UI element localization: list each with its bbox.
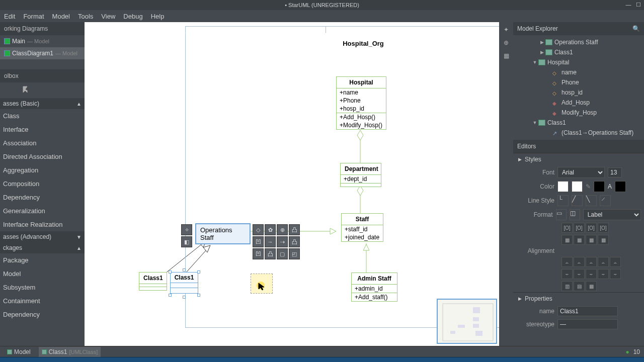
- nav-icon[interactable]: ⊕: [502, 38, 511, 47]
- tree-node-class1-2[interactable]: ▼Class1: [513, 118, 644, 128]
- align-btn[interactable]: ⫟: [598, 269, 609, 279]
- font-select[interactable]: Arial: [557, 167, 605, 178]
- select-tool[interactable]: [0, 82, 85, 98]
- tool-interface[interactable]: Interface: [0, 123, 85, 136]
- align-btn[interactable]: ⫠: [610, 257, 621, 267]
- class-admin-staff[interactable]: Admin Staff +admin_id +Add_staff(): [351, 273, 397, 302]
- fmt-btn[interactable]: [O]: [598, 223, 609, 233]
- menu-edit[interactable]: Edit: [4, 13, 15, 20]
- status-tab-class1[interactable]: Class1 [UMLClass]: [39, 347, 101, 357]
- prop-name-input[interactable]: [557, 306, 618, 316]
- font-size-input[interactable]: [608, 167, 622, 177]
- class-operations-staff[interactable]: Operations Staff: [195, 223, 251, 244]
- diagram-canvas[interactable]: Hospital_Org Hospital +name +Phone +hosp…: [85, 22, 499, 346]
- tree-node-phone[interactable]: Phone: [513, 77, 644, 87]
- diagram-item-main[interactable]: Main — Model: [0, 35, 85, 47]
- tool-composition[interactable]: Composition: [0, 177, 85, 191]
- tool-directed-association[interactable]: Directed Association: [0, 150, 85, 163]
- quickedit-button[interactable]: ✧: [181, 224, 192, 235]
- class-department[interactable]: Department +dept_id: [340, 163, 381, 187]
- tool-package[interactable]: Package: [0, 253, 85, 267]
- tree-node-relation[interactable]: (Class1→Operations Staff): [513, 128, 644, 138]
- align-btn[interactable]: ⫠: [561, 257, 573, 267]
- fmt-btn[interactable]: [O]: [586, 223, 597, 233]
- format-btn[interactable]: ▭: [556, 209, 567, 220]
- align-btn[interactable]: ▦: [586, 281, 597, 291]
- minimize-button[interactable]: —: [625, 1, 632, 8]
- tree-node-hospid[interactable]: hosp_id: [513, 87, 644, 98]
- quickedit-button[interactable]: ⊕: [277, 224, 288, 235]
- align-btn[interactable]: ⫟: [586, 269, 597, 279]
- tool-containment[interactable]: Containment: [0, 294, 85, 308]
- quickedit-button[interactable]: ◧: [181, 236, 192, 247]
- fmt-btn[interactable]: ▦: [574, 235, 585, 245]
- selection-handle[interactable]: [183, 268, 186, 272]
- quickedit-button[interactable]: 凹: [253, 248, 264, 259]
- fmt-btn[interactable]: ▦: [561, 235, 573, 245]
- class-hospital[interactable]: Hospital +name +Phone +hosp_id +Add_Hosp…: [336, 76, 386, 130]
- quickedit-button[interactable]: 凸: [289, 236, 300, 247]
- quickedit-button[interactable]: ◰: [289, 248, 300, 259]
- quickedit-button[interactable]: 凸: [289, 224, 300, 235]
- quickedit-button[interactable]: ▢: [277, 248, 288, 259]
- tool-subsystem[interactable]: Subsystem: [0, 281, 85, 294]
- class-class1-b[interactable]: Class1: [170, 272, 198, 294]
- linestyle-btn[interactable]: └: [557, 195, 569, 206]
- tree-node-modifyhosp[interactable]: Modify_Hosp: [513, 108, 644, 118]
- toolbox-section-basic[interactable]: asses (Basic)▲: [0, 98, 85, 109]
- quickedit-button[interactable]: ✿: [265, 224, 276, 235]
- minimap[interactable]: [437, 299, 497, 344]
- align-btn[interactable]: ⫟: [574, 269, 585, 279]
- extensions-icon[interactable]: ✦: [502, 25, 511, 34]
- tool-association[interactable]: Association: [0, 136, 85, 150]
- menu-debug[interactable]: Debug: [123, 13, 142, 20]
- properties-section[interactable]: ▶ Properties: [513, 292, 644, 305]
- styles-section[interactable]: ▶ Styles: [513, 153, 644, 165]
- fmt-btn[interactable]: ▦: [598, 235, 609, 245]
- tree-node-operations-staff[interactable]: ▶Operations Staff: [513, 37, 644, 47]
- align-btn[interactable]: ⫠: [574, 257, 585, 267]
- tool-dependency-pkg[interactable]: Dependency: [0, 308, 85, 321]
- align-btn[interactable]: ⫟: [561, 269, 573, 279]
- toolbox-section-packages[interactable]: ckages▲: [0, 242, 85, 253]
- selection-handle[interactable]: [197, 294, 200, 297]
- diagram-item-classdiagram1[interactable]: ClassDiagram1 — Model: [0, 47, 85, 59]
- menu-view[interactable]: View: [101, 13, 115, 20]
- tool-aggregation[interactable]: Aggregation: [0, 163, 85, 177]
- tool-generalization[interactable]: Generalization: [0, 204, 85, 218]
- menu-help[interactable]: Help: [151, 13, 165, 20]
- quickedit-button[interactable]: →: [265, 236, 276, 247]
- tool-model[interactable]: Model: [0, 267, 85, 281]
- quickedit-button[interactable]: ⇢: [277, 236, 288, 247]
- selection-handle[interactable]: [183, 296, 186, 299]
- tool-class[interactable]: Class: [0, 109, 85, 123]
- align-btn[interactable]: ▥: [561, 281, 573, 291]
- quickedit-button[interactable]: ◇: [253, 224, 264, 235]
- line-color-swatch[interactable]: [594, 181, 605, 192]
- text-color-swatch[interactable]: [615, 181, 626, 192]
- class-staff[interactable]: Staff +staff_id +joined_date: [341, 213, 383, 242]
- label-select[interactable]: Label: [583, 209, 641, 220]
- tree-node-name[interactable]: name: [513, 67, 644, 77]
- menu-tools[interactable]: Tools: [78, 13, 93, 20]
- fmt-btn[interactable]: [O]: [574, 223, 585, 233]
- linestyle-btn[interactable]: ⟋: [600, 195, 611, 206]
- maximize-button[interactable]: ☐: [635, 1, 642, 8]
- quickedit-button[interactable]: 凹: [253, 236, 264, 247]
- format-btn[interactable]: ◫: [570, 209, 580, 220]
- class-class1-a[interactable]: Class1: [139, 272, 167, 291]
- fill-color-swatch2[interactable]: [572, 181, 583, 192]
- tree-node-hospital[interactable]: ▼Hospital: [513, 57, 644, 67]
- linestyle-btn[interactable]: ╲: [586, 195, 597, 206]
- tool-interface-realization[interactable]: Interface Realization: [0, 218, 85, 231]
- quickedit-button[interactable]: 凸: [265, 248, 276, 259]
- selection-handle[interactable]: [169, 294, 172, 297]
- search-icon[interactable]: 🔍: [632, 25, 640, 32]
- toolbox-section-advanced[interactable]: asses (Advanced)▼: [0, 231, 85, 242]
- fmt-btn[interactable]: ▦: [586, 235, 597, 245]
- selection-handle[interactable]: [169, 270, 172, 274]
- linestyle-btn[interactable]: ╱: [572, 195, 583, 206]
- fmt-btn[interactable]: [O]: [561, 223, 573, 233]
- selection-handle[interactable]: [197, 270, 200, 274]
- prop-stereotype-input[interactable]: [557, 319, 618, 329]
